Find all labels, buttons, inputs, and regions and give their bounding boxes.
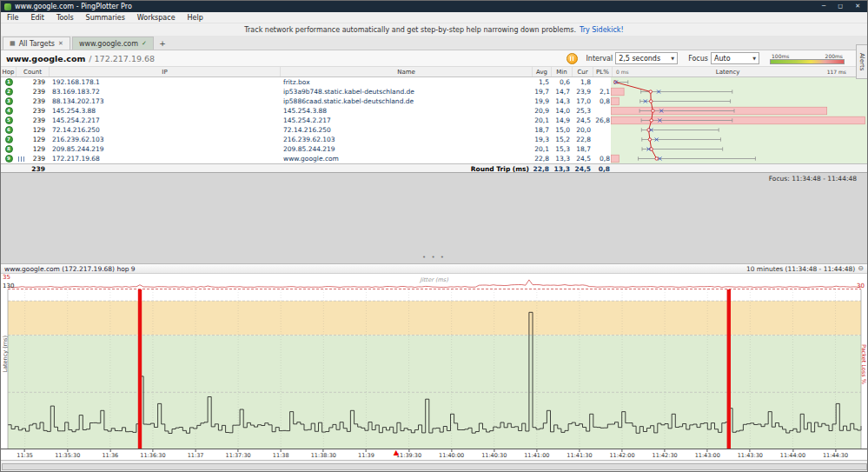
col-header-avg[interactable]: Avg — [533, 67, 552, 76]
tab-bar: ▦ All Targets ✕ www.google.com ✓ + — [1, 36, 867, 50]
zoom-out-icon[interactable]: ⊖ — [858, 265, 864, 272]
tab-www-google-com[interactable]: www.google.com ✓ — [72, 37, 154, 50]
splitter-handle[interactable]: • • • — [1, 254, 867, 261]
avg-cell: 22,8 — [533, 155, 552, 163]
hop-cell: 4 — [1, 107, 17, 115]
focus-label: Focus — [688, 55, 708, 63]
window-controls: ─ ◻ ✕ — [822, 1, 864, 12]
horizontal-scrollbar[interactable] — [1, 460, 868, 472]
col-header-cur[interactable]: Cur — [573, 67, 593, 76]
col-header-name[interactable]: Name — [281, 67, 533, 76]
col-header-count[interactable]: Count — [17, 67, 50, 76]
col-header-hop[interactable]: Hop — [1, 67, 17, 76]
latency-timeline-graph[interactable] — [1, 289, 868, 449]
hop-cell: 7 — [1, 136, 17, 143]
menu-edit[interactable]: Edit — [24, 14, 50, 22]
try-sidekick-link[interactable]: Try Sidekick! — [580, 26, 624, 34]
count-cell: 239 — [17, 154, 50, 163]
ip-cell: 192.168.178.1 — [50, 78, 281, 86]
x-axis-tick: 11:35:30 — [55, 449, 80, 459]
menu-help[interactable]: Help — [182, 14, 209, 22]
x-axis-tick: 11:36 — [102, 449, 118, 459]
graph-scale-max: 117 ms — [827, 69, 846, 75]
latency-axis-label: Latency (ms) — [2, 336, 9, 373]
x-axis-label: 11:37:30 — [226, 452, 251, 459]
menu-workspace[interactable]: Workspace — [131, 14, 182, 22]
tab-all-targets[interactable]: ▦ All Targets ✕ — [3, 37, 70, 50]
round-trip-min: 13,3 — [552, 165, 573, 173]
hop-number-badge: 6 — [5, 126, 13, 134]
x-axis-tick: 11:40:00 — [439, 449, 464, 459]
close-tab-icon[interactable]: ✕ — [58, 40, 63, 47]
ip-cell: 83.169.183.72 — [50, 88, 281, 96]
count-cell: 239 — [17, 116, 50, 125]
legend-200ms: 200ms — [825, 53, 843, 59]
cur-cell: 22,8 — [573, 136, 593, 143]
latency-scale-legend: 100ms 200ms — [770, 53, 845, 64]
hop-row-3[interactable]: 323988.134.202.173ip5886caad.static.kabe… — [1, 96, 867, 106]
title-bar: www.google.com - PingPlotter Pro ─ ◻ ✕ — [1, 1, 867, 12]
x-axis-label: 11:38 — [273, 452, 289, 459]
timeline-marker-icon[interactable]: ▲ — [394, 449, 399, 456]
trace-table: Hop Count IP Name Avg Min Cur PL% 0 ms L… — [1, 67, 867, 173]
name-cell: www.google.com — [281, 155, 533, 163]
hop-row-9[interactable]: 9239172.217.19.68www.google.com22,813,32… — [1, 154, 867, 163]
cur-cell: 18,7 — [573, 145, 593, 153]
hop-row-8[interactable]: 8129209.85.244.219209.85.244.21920,115,3… — [1, 144, 867, 154]
timeline-target-text: www.google.com (172.217.19.68) hop 9 — [4, 265, 136, 273]
trace-table-body: 1239192.168.178.1fritz.box1,50,61,822398… — [1, 77, 867, 163]
name-cell: 72.14.216.250 — [281, 126, 533, 134]
hop-cell: 9 — [1, 155, 17, 163]
jitter-label: Jitter (ms) — [417, 276, 450, 283]
hop-row-5[interactable]: 5239145.254.2.217145.254.2.21720,114,924… — [1, 116, 867, 125]
menu-summaries[interactable]: Summaries — [80, 14, 131, 22]
minimize-button[interactable]: ─ — [822, 1, 825, 12]
count-cell: 129 — [17, 144, 50, 154]
hop-cell: 5 — [1, 116, 17, 124]
menu-bar: FileEditToolsSummariesWorkspaceHelp — [1, 12, 867, 23]
pause-button[interactable] — [567, 53, 578, 64]
pl-cell: 2,1 — [593, 88, 613, 96]
x-axis-tick: 11:38:30 — [311, 449, 336, 459]
x-axis-tick: 11:44:30 — [823, 449, 848, 459]
notice-bar: Track network performance automatically … — [1, 23, 867, 36]
col-header-latency-graph[interactable]: 0 ms Latency 117 ms — [613, 67, 867, 76]
packet-loss-axis-label: Packet Loss % — [860, 344, 867, 384]
hop-row-1[interactable]: 1239192.168.178.1fritz.box1,50,61,8 — [1, 77, 867, 87]
col-header-min[interactable]: Min — [552, 67, 573, 76]
app-icon — [4, 3, 11, 10]
col-header-ip[interactable]: IP — [50, 67, 281, 76]
menu-file[interactable]: File — [1, 14, 24, 22]
name-cell: fritz.box — [281, 78, 533, 86]
timeline-x-axis: 11:3511:35:3011:3611:36:3011:3711:37:301… — [1, 449, 868, 460]
new-tab-button[interactable]: + — [156, 37, 169, 50]
x-axis-tick: 11:39 — [358, 449, 374, 459]
ip-cell: 145.254.3.88 — [50, 107, 281, 115]
x-axis-label: 11:43:30 — [738, 452, 763, 459]
close-button[interactable]: ✕ — [855, 1, 860, 12]
min-cell: 15,3 — [552, 145, 573, 153]
pingplotter-window: www.google.com - PingPlotter Pro ─ ◻ ✕ F… — [0, 0, 868, 472]
menu-tools[interactable]: Tools — [50, 14, 80, 22]
hop-row-6[interactable]: 612972.14.216.25072.14.216.25018,715,020… — [1, 125, 867, 135]
target-host: www.google.com — [6, 54, 85, 63]
scrollbar-thumb[interactable] — [2, 463, 867, 470]
x-axis-label: 11:40:00 — [439, 452, 464, 459]
hop-row-7[interactable]: 7129216.239.62.103216.239.62.10319,315,2… — [1, 135, 867, 144]
interval-label: Interval — [586, 55, 613, 63]
count-cell: 239 — [17, 106, 50, 116]
jitter-max-label: 35 — [3, 274, 10, 281]
x-axis-tick: 11:38 — [273, 449, 289, 459]
hop-row-2[interactable]: 223983.169.183.72ip53a9b748.static.kabel… — [1, 87, 867, 96]
name-cell: 209.85.244.219 — [281, 145, 533, 153]
focus-select[interactable]: Auto ▼ — [711, 52, 759, 64]
maximize-button[interactable]: ◻ — [838, 1, 843, 12]
alerts-side-tab[interactable]: Alerts — [856, 44, 867, 79]
x-axis-tick: 11:36:30 — [140, 449, 165, 459]
col-header-pl[interactable]: PL% — [593, 67, 613, 76]
hop-row-4[interactable]: 4239145.254.3.88145.254.3.8820,914,025,3 — [1, 106, 867, 116]
ip-cell: 216.239.62.103 — [50, 136, 281, 143]
interval-select[interactable]: 2,5 seconds ▼ — [615, 52, 678, 64]
legend-100ms: 100ms — [772, 53, 789, 59]
x-axis-tick: 11:40:30 — [481, 449, 507, 459]
